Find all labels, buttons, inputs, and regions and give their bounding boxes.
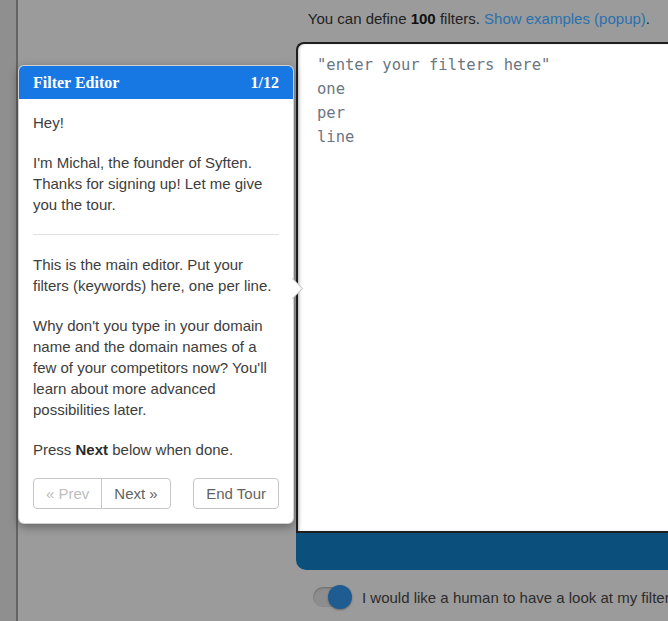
human-review-row: I would like a human to have a look at m… [313,583,668,611]
tour-step-counter: 1/12 [251,74,279,92]
next-button[interactable]: Next » [101,478,170,509]
tour-paragraph-press-next: Press Next below when done. [33,439,279,460]
banner-text-middle: filters. [436,10,484,27]
human-review-toggle[interactable] [313,587,351,607]
tour-nav-button-group: « Prev Next » [33,478,171,509]
human-review-label[interactable]: I would like a human to have a look at m… [362,589,668,606]
tour-title: Filter Editor [33,74,119,92]
tour-paragraph-editor-info: This is the main editor. Put your filter… [33,254,279,296]
toggle-knob [328,585,352,609]
sidebar-edge [0,0,18,621]
tour-paragraph-intro: I'm Michal, the founder of Syften. Thank… [33,152,279,215]
filter-editor-placeholder-text: "enter your filters here" one per line [298,44,668,149]
prev-button[interactable]: « Prev [33,478,102,509]
tour-popover: Filter Editor 1/12 Hey! I'm Michal, the … [18,65,294,524]
filter-count: 100 [411,10,436,27]
filter-editor-page: You can define 100 filters. Show example… [0,0,668,621]
tour-paragraph-suggestion: Why don't you type in your domain name a… [33,315,279,420]
filter-editor-panel: "enter your filters here" one per line [296,42,668,570]
tour-popover-body: Hey! I'm Michal, the founder of Syften. … [19,99,293,523]
banner-text-suffix: . [646,10,650,27]
press-next-suffix: below when done. [108,441,233,458]
tour-paragraph-greeting: Hey! [33,112,279,133]
filter-limit-banner: You can define 100 filters. Show example… [308,10,650,27]
banner-text-prefix: You can define [308,10,411,27]
press-next-bold: Next [76,441,109,458]
show-examples-link[interactable]: Show examples (popup) [484,10,646,27]
tour-popover-header: Filter Editor 1/12 [19,66,293,99]
tour-divider [33,234,279,235]
filter-editor-textarea[interactable]: "enter your filters here" one per line [296,42,668,533]
press-next-prefix: Press [33,441,76,458]
editor-footer-bar[interactable] [296,533,668,570]
tour-footer: « Prev Next » End Tour [33,478,279,509]
end-tour-button[interactable]: End Tour [193,478,279,509]
